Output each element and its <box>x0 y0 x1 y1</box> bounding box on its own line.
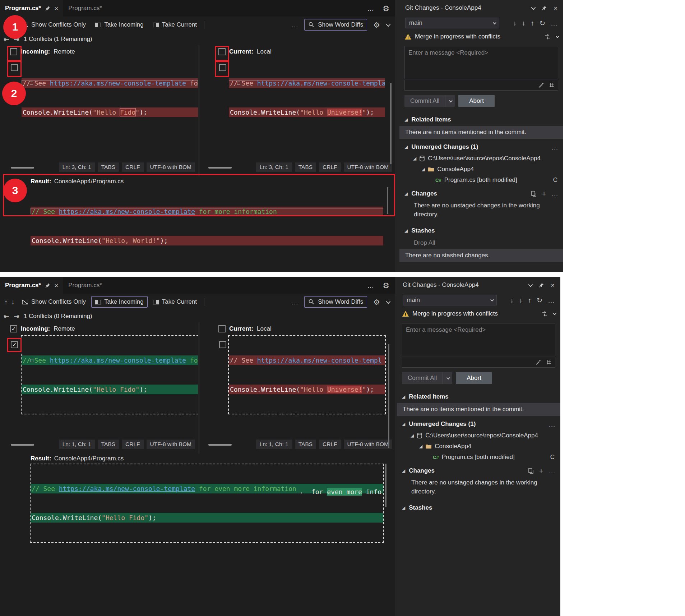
project-node[interactable]: ◢ ConsoleApp4 <box>397 441 560 452</box>
expander-icon[interactable]: ◢ <box>402 394 405 399</box>
commit-all-button[interactable]: Commit All <box>404 95 445 107</box>
chevron-down-icon[interactable] <box>386 22 391 27</box>
current-conflict-checkbox[interactable] <box>219 341 226 348</box>
settings-gear-icon[interactable]: ⚙ <box>373 21 380 29</box>
abort-button[interactable]: Abort <box>458 95 495 107</box>
status-line-ending[interactable]: CRLF <box>319 162 341 172</box>
branch-selector[interactable]: main <box>405 18 499 28</box>
repo-node[interactable]: ◢ C:\Users\user\source\repos\ConsoleApp4 <box>399 153 563 164</box>
chevron-down-icon[interactable] <box>556 35 559 38</box>
expander-icon[interactable]: ◢ <box>402 505 405 510</box>
more-tabs-icon[interactable]: … <box>367 282 374 289</box>
tab-program-cs[interactable]: Program.cs* × <box>0 0 63 17</box>
ellipsis-icon[interactable]: … <box>549 468 555 474</box>
status-tabs[interactable]: TABS <box>98 162 119 172</box>
gear-icon[interactable]: ⚙ <box>383 282 389 289</box>
status-line-ending[interactable]: CRLF <box>122 440 143 449</box>
take-incoming-button[interactable]: Take Incoming <box>91 19 148 31</box>
stashes-section[interactable]: ◢ Stashes <box>397 501 560 514</box>
ellipsis-icon[interactable]: … <box>551 20 557 27</box>
current-checkbox[interactable] <box>218 325 226 332</box>
stashes-section[interactable]: ◢ Stashes <box>399 224 563 237</box>
settings-gear-icon[interactable]: ⚙ <box>373 298 380 306</box>
refresh-icon[interactable]: ↻ <box>537 297 542 304</box>
grid-icon[interactable] <box>549 82 555 88</box>
pull-icon[interactable]: ↓ <box>519 297 523 304</box>
pull-icon[interactable]: ↓ <box>522 20 526 27</box>
ellipsis-icon[interactable]: … <box>548 297 555 304</box>
status-line-ending[interactable]: CRLF <box>319 440 341 449</box>
branch-compare-icon[interactable] <box>541 311 548 317</box>
gear-icon[interactable]: ⚙ <box>383 5 389 12</box>
status-line-ending[interactable]: CRLF <box>122 162 143 172</box>
wand-icon[interactable] <box>536 359 541 365</box>
status-line-col[interactable]: Ln: 3, Ch: 1 <box>59 162 95 172</box>
commit-options-dropdown[interactable] <box>445 95 455 107</box>
expander-icon[interactable]: ◢ <box>404 228 408 233</box>
more-actions-icon[interactable]: … <box>291 22 298 28</box>
unmerged-changes-section[interactable]: ◢ Unmerged Changes (1) … <box>399 140 563 153</box>
chevron-down-icon[interactable] <box>528 282 533 287</box>
tab-program-cs-2[interactable]: Program.cs* <box>63 277 107 294</box>
show-conflicts-only-button[interactable]: Show Conflicts Only <box>18 296 90 308</box>
stage-all-plus-icon[interactable]: + <box>542 190 546 197</box>
close-icon[interactable]: × <box>551 282 555 289</box>
close-icon[interactable]: × <box>554 5 557 12</box>
grid-icon[interactable] <box>546 359 552 365</box>
expander-icon[interactable]: ◢ <box>411 433 414 438</box>
file-node[interactable]: C# Program.cs [both modified] C <box>399 175 563 185</box>
status-encoding[interactable]: UTF-8 with BOM <box>147 440 195 449</box>
abort-button[interactable]: Abort <box>456 372 492 384</box>
current-code[interactable]: // See https://aka.ms/new-console-templ … <box>229 336 385 414</box>
close-icon[interactable]: × <box>54 282 58 289</box>
expander-icon[interactable]: ◢ <box>404 191 408 196</box>
status-tabs[interactable]: TABS <box>295 440 316 449</box>
branch-selector[interactable]: main <box>403 295 497 305</box>
status-tabs[interactable]: TABS <box>295 162 316 172</box>
wand-icon[interactable] <box>538 82 544 88</box>
fetch-icon[interactable]: ↓ <box>510 297 514 304</box>
current-code[interactable]: // See https://aka.ms/new-console-templa… <box>229 59 385 137</box>
goto-first-conflict-icon[interactable]: ⇤ <box>4 313 9 320</box>
changes-section[interactable]: ◢ Changes + … <box>399 187 563 200</box>
chevron-down-icon[interactable] <box>386 299 391 304</box>
pin-icon[interactable] <box>45 6 50 11</box>
expander-icon[interactable]: ◢ <box>404 144 408 150</box>
compare-files-icon[interactable] <box>528 468 534 474</box>
commit-message-input[interactable]: Enter a message <Required> <box>404 46 558 79</box>
status-tabs[interactable]: TABS <box>98 440 119 449</box>
refresh-icon[interactable]: ↻ <box>540 20 545 27</box>
tab-program-cs[interactable]: Program.cs* × <box>0 277 63 294</box>
pin-icon[interactable] <box>541 5 547 11</box>
branch-compare-icon[interactable] <box>544 34 551 40</box>
pin-icon[interactable] <box>538 282 544 288</box>
ellipsis-icon[interactable]: … <box>551 190 558 197</box>
commit-message-input[interactable]: Enter a message <Required> <box>402 323 555 356</box>
chevron-down-icon[interactable] <box>553 312 556 315</box>
file-node[interactable]: C# Program.cs [both modified] C <box>397 452 560 463</box>
expander-icon[interactable]: ◢ <box>419 444 422 449</box>
status-encoding[interactable]: UTF-8 with BOM <box>344 440 392 449</box>
goto-last-conflict-icon[interactable]: ⇥ <box>14 313 19 320</box>
status-encoding[interactable]: UTF-8 with BOM <box>147 162 195 172</box>
take-current-button[interactable]: Take Current <box>149 296 201 308</box>
incoming-code[interactable]: // See https://aka.ms/new-console-templa… <box>22 336 198 414</box>
vertical-scrollbar[interactable] <box>388 344 389 448</box>
compare-files-icon[interactable] <box>531 191 537 197</box>
vertical-scrollbar[interactable] <box>390 83 392 164</box>
tab-program-cs-2[interactable]: Program.cs* <box>63 0 107 17</box>
prev-conflict-icon[interactable]: ↑ <box>4 299 8 305</box>
expander-icon[interactable]: ◢ <box>404 117 408 122</box>
drop-all-item[interactable]: Drop All <box>399 237 563 249</box>
ellipsis-icon[interactable]: … <box>551 144 558 151</box>
changes-section[interactable]: ◢ Changes + … <box>397 464 560 477</box>
pin-icon[interactable] <box>45 283 50 288</box>
project-node[interactable]: ◢ ConsoleApp4 <box>399 164 563 175</box>
incoming-checkbox[interactable]: ✓ <box>10 325 17 332</box>
ellipsis-icon[interactable]: … <box>549 421 555 428</box>
expander-icon[interactable]: ◢ <box>422 167 425 172</box>
status-line-col[interactable]: Ln: 1, Ch: 1 <box>256 440 292 449</box>
chevron-down-icon[interactable] <box>531 5 536 10</box>
result-code[interactable]: // See https://aka.ms/new-console-templa… <box>31 464 383 542</box>
stage-all-plus-icon[interactable]: + <box>539 468 543 474</box>
